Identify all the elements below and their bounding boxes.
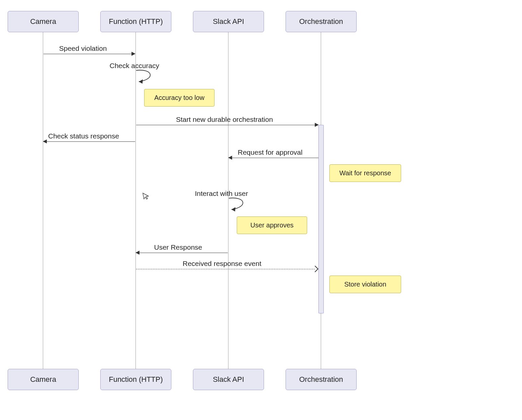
participant-label: Camera	[30, 375, 56, 383]
arrowhead-open-icon	[312, 266, 318, 272]
msg-start-orch-label: Start new durable orchestration	[176, 116, 273, 124]
note-user-approves: User approves	[237, 216, 307, 234]
self-loop-icon	[135, 69, 159, 86]
arrowhead-icon	[135, 251, 139, 255]
msg-check-accuracy-label: Check accuracy	[110, 62, 159, 70]
msg-check-status-arrow	[47, 141, 135, 142]
participant-label: Orchestration	[299, 17, 343, 26]
participant-label: Camera	[30, 17, 56, 26]
arrowhead-icon	[228, 156, 232, 160]
svg-marker-0	[139, 79, 143, 84]
cursor-icon	[142, 191, 150, 201]
msg-interact-user-label: Interact with user	[195, 190, 248, 198]
msg-speed-violation-label: Speed violation	[59, 44, 107, 52]
msg-req-approval-arrow	[232, 158, 318, 158]
participant-slack-bottom: Slack API	[193, 369, 264, 390]
msg-user-response-label: User Response	[154, 243, 202, 251]
msg-req-approval-label: Request for approval	[238, 148, 303, 156]
msg-received-event-label: Received response event	[183, 260, 261, 268]
note-text: Wait for response	[339, 169, 391, 177]
participant-slack-top: Slack API	[193, 11, 264, 32]
note-text: Store violation	[344, 281, 387, 288]
participant-label: Function (HTTP)	[109, 375, 163, 383]
lifeline-camera	[43, 32, 43, 369]
note-text: Accuracy too low	[154, 94, 204, 101]
msg-received-event-arrow	[136, 269, 315, 269]
self-loop-icon	[228, 197, 251, 213]
participant-label: Slack API	[213, 17, 244, 26]
arrowhead-icon	[43, 139, 47, 143]
participant-function-top: Function (HTTP)	[100, 11, 171, 32]
participant-label: Slack API	[213, 375, 244, 383]
participant-camera-top: Camera	[8, 11, 79, 32]
arrowhead-icon	[315, 123, 319, 127]
participant-label: Function (HTTP)	[109, 17, 163, 26]
msg-user-response-arrow	[139, 253, 228, 253]
activation-orchestration	[318, 125, 324, 313]
participant-orchestration-top: Orchestration	[286, 11, 357, 32]
note-wait-response: Wait for response	[329, 164, 401, 182]
sequence-diagram: Camera Function (HTTP) Slack API Orchest…	[0, 0, 522, 420]
msg-check-status-label: Check status response	[48, 132, 119, 140]
arrowhead-icon	[131, 52, 135, 56]
note-store-violation: Store violation	[329, 276, 401, 293]
msg-start-orch-arrow	[136, 125, 315, 125]
note-accuracy-low: Accuracy too low	[144, 89, 215, 107]
participant-label: Orchestration	[299, 375, 343, 383]
note-text: User approves	[250, 221, 294, 229]
participant-function-bottom: Function (HTTP)	[100, 369, 171, 390]
svg-marker-1	[231, 207, 235, 211]
msg-speed-violation-arrow	[44, 54, 131, 54]
participant-camera-bottom: Camera	[8, 369, 79, 390]
participant-orchestration-bottom: Orchestration	[286, 369, 357, 390]
